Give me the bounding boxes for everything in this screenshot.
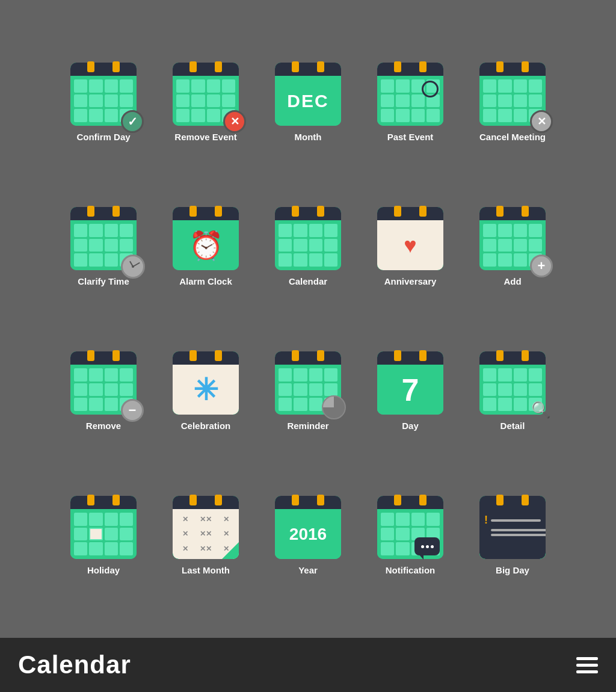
remove-event-icon	[173, 63, 239, 126]
footer: Calendar	[0, 638, 616, 692]
reminder-label: Reminder	[287, 421, 328, 431]
icon-last-month[interactable]: ✕✕✕✕ ✕✕✕✕ ✕✕✕✕ Last Month	[173, 496, 239, 575]
notification-label: Notification	[386, 565, 436, 575]
icon-celebration[interactable]: ✳ Celebration	[173, 351, 239, 431]
calendar-label: Calendar	[289, 276, 327, 286]
remove-event-label: Remove Event	[174, 132, 236, 142]
icon-notification[interactable]: Notification	[377, 496, 443, 575]
cancel-meeting-label: Cancel Meeting	[479, 132, 546, 142]
reminder-icon	[275, 351, 341, 415]
holiday-label: Holiday	[87, 565, 120, 575]
remove-icon	[70, 351, 137, 415]
last-month-icon: ✕✕✕✕ ✕✕✕✕ ✕✕✕✕	[173, 496, 239, 559]
alarm-clock-icon: ⏰	[173, 207, 239, 270]
icon-add[interactable]: Add	[479, 207, 546, 286]
footer-title: Calendar	[18, 650, 131, 679]
confirm-day-label: Confirm Day	[76, 132, 130, 142]
icon-holiday[interactable]: Holiday	[70, 496, 137, 575]
icon-reminder[interactable]: Reminder	[275, 351, 341, 431]
day-icon: 7	[377, 351, 443, 415]
big-day-label: Big Day	[496, 565, 529, 575]
hamburger-line-3	[576, 670, 598, 673]
icon-big-day[interactable]: ! Big Day	[479, 496, 546, 575]
alarm-clock-label: Alarm Clock	[179, 276, 232, 286]
icon-clarify-time[interactable]: Clarify Time	[70, 207, 137, 286]
icon-anniversary[interactable]: ♥ Anniversary	[377, 207, 443, 286]
past-event-icon	[377, 63, 443, 126]
icons-grid: Confirm Day Remove Event	[52, 30, 564, 608]
hamburger-menu[interactable]	[576, 657, 598, 673]
remove-label: Remove	[86, 421, 121, 431]
anniversary-label: Anniversary	[384, 276, 437, 286]
notification-icon	[377, 496, 443, 559]
add-icon	[479, 207, 546, 270]
icon-alarm-clock[interactable]: ⏰ Alarm Clock	[173, 207, 239, 286]
hamburger-line-2	[576, 664, 598, 667]
calendar-icon	[275, 207, 341, 270]
past-event-label: Past Event	[387, 132, 434, 142]
year-icon: 2016	[275, 496, 341, 559]
big-day-icon: !	[479, 496, 546, 559]
icon-confirm-day[interactable]: Confirm Day	[70, 63, 137, 142]
detail-label: Detail	[500, 421, 525, 431]
icon-remove[interactable]: Remove	[70, 351, 137, 431]
icon-month[interactable]: DEC Month	[275, 63, 341, 142]
month-icon: DEC	[275, 63, 341, 126]
hamburger-line-1	[576, 657, 598, 660]
confirm-day-icon	[70, 63, 137, 126]
celebration-label: Celebration	[181, 421, 231, 431]
day-label: Day	[402, 421, 419, 431]
icon-calendar[interactable]: Calendar	[275, 207, 341, 286]
detail-icon	[479, 351, 546, 415]
icon-day[interactable]: 7 Day	[377, 351, 443, 431]
icon-remove-event[interactable]: Remove Event	[173, 63, 239, 142]
anniversary-icon: ♥	[377, 207, 443, 270]
main-content: Confirm Day Remove Event	[0, 0, 616, 638]
celebration-icon: ✳	[173, 351, 239, 415]
add-label: Add	[504, 276, 521, 286]
month-label: Month	[295, 132, 322, 142]
clarify-time-icon	[70, 207, 137, 270]
icon-year[interactable]: 2016 Year	[275, 496, 341, 575]
cancel-meeting-icon	[479, 63, 546, 126]
year-label: Year	[298, 565, 318, 575]
icon-detail[interactable]: Detail	[479, 351, 546, 431]
icon-past-event[interactable]: Past Event	[377, 63, 443, 142]
last-month-label: Last Month	[182, 565, 230, 575]
holiday-icon	[70, 496, 137, 559]
icon-cancel-meeting[interactable]: Cancel Meeting	[479, 63, 546, 142]
